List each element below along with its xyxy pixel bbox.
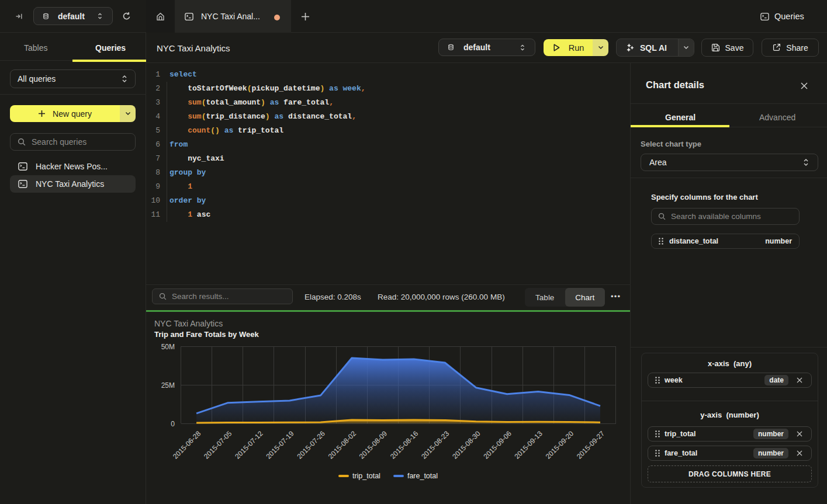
svg-text:2015-09-27: 2015-09-27 [575,429,607,461]
svg-text:2015-09-06: 2015-09-06 [482,429,513,461]
svg-text:2015-09-13: 2015-09-13 [513,429,545,461]
svg-text:2015-08-02: 2015-08-02 [327,429,358,461]
svg-text:2015-08-30: 2015-08-30 [451,429,482,461]
svg-text:2015-09-20: 2015-09-20 [544,429,576,461]
svg-text:25M: 25M [161,381,175,390]
svg-text:2015-07-19: 2015-07-19 [264,429,296,461]
svg-text:0: 0 [171,420,175,428]
svg-text:2015-08-16: 2015-08-16 [389,429,420,461]
svg-text:2015-08-23: 2015-08-23 [420,429,451,461]
svg-text:2015-06-28: 2015-06-28 [171,429,203,461]
svg-text:50M: 50M [161,343,175,351]
svg-text:2015-08-09: 2015-08-09 [358,429,389,461]
svg-text:2015-07-12: 2015-07-12 [233,429,265,461]
svg-text:2015-07-05: 2015-07-05 [202,429,234,461]
svg-text:2015-07-26: 2015-07-26 [296,429,327,461]
